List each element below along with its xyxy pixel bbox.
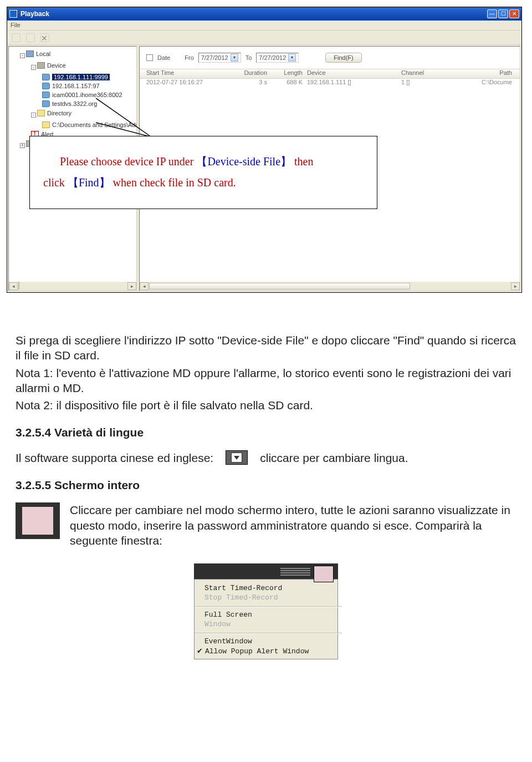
lang-text-right: cliccare per cambiare lingua.: [260, 450, 408, 465]
scroll-left-icon[interactable]: ◂: [140, 282, 149, 290]
toolbar-icon-save[interactable]: [12, 33, 21, 42]
col-channel[interactable]: Channel: [401, 69, 468, 78]
col-length[interactable]: Length: [274, 69, 307, 78]
para-1: Si prega di scegliere l'indirizzo IP sot…: [16, 333, 516, 363]
tree-ip-3[interactable]: icam0001.ihome365:8002: [52, 92, 122, 98]
svg-line-0: [96, 98, 151, 137]
playback-window: Playback — ☐ ✕ File ✕ -Local -Device 192…: [7, 7, 522, 293]
heading-languages: 3.2.5.4 Varietà di lingue: [16, 425, 516, 440]
cell-device: 192.168.1.111 []: [307, 79, 401, 89]
menu-allow-popup-alert[interactable]: ✔Allow Popup Alert Window: [204, 647, 332, 657]
tree-ip-selected[interactable]: 192.168.1.111:9999: [52, 74, 110, 80]
instruction-callout: Please choose device IP under 【Device-si…: [29, 136, 377, 209]
app-icon: [9, 10, 17, 18]
callout-text: Please choose device IP under: [60, 155, 196, 167]
tree-directory[interactable]: Directory: [47, 110, 71, 116]
date-from-input[interactable]: 7/27/2012▾: [198, 53, 241, 63]
callout-bracket-2: 【Find】: [68, 176, 110, 189]
toolbar: ✕: [7, 31, 521, 45]
date-label: Date: [157, 54, 170, 61]
results-scrollbar[interactable]: ◂ ▸: [140, 282, 520, 291]
para-note1: Nota 1: l'evento è l'attivazione MD oppu…: [16, 365, 516, 396]
col-path[interactable]: Path: [468, 69, 513, 78]
tree-ip-2[interactable]: 192.168.1.157:97: [52, 83, 100, 89]
col-duration[interactable]: Duration: [241, 69, 274, 78]
tree-local[interactable]: Local: [36, 50, 50, 57]
cell-duration: 3 s: [241, 79, 274, 89]
menu-window: Window: [204, 620, 332, 629]
to-label: To: [245, 54, 252, 61]
cell-channel: 1 []: [401, 79, 468, 89]
para-note2: Nota 2: il dispositivo file port è il fi…: [16, 398, 516, 413]
language-switch-icon[interactable]: [226, 450, 248, 465]
titlebar: Playback — ☐ ✕: [7, 7, 521, 21]
tree-ip-4[interactable]: testdvs.3322.org: [52, 100, 97, 107]
grid-header: Start Time Duration Length Device Channe…: [140, 69, 520, 79]
tree-device[interactable]: Device: [47, 62, 66, 69]
menu-file[interactable]: File: [11, 22, 21, 28]
col-device[interactable]: Device: [307, 69, 401, 78]
popup-menu-preview: Start Timed-Record Stop Timed-Record Ful…: [194, 563, 338, 659]
window-buttons: — ☐ ✕: [487, 9, 519, 18]
date-checkbox[interactable]: [146, 54, 153, 61]
cell-start: 2012-07-27 16:16:27: [146, 79, 241, 89]
from-label: Fro: [185, 54, 194, 61]
menubar: File: [7, 21, 521, 31]
close-button[interactable]: ✕: [509, 9, 519, 18]
filter-bar: Date Fro 7/27/2012▾ To 7/27/2012▾ Find(F…: [140, 47, 520, 69]
minimize-button[interactable]: —: [487, 9, 497, 18]
callout-bracket-1: 【Device-side File】: [196, 155, 291, 167]
toolbar-icon-delete[interactable]: ✕: [40, 33, 49, 42]
find-button[interactable]: Find(F): [325, 53, 361, 63]
menu-event-window[interactable]: EventWindow: [204, 637, 332, 647]
window-title: Playback: [21, 10, 487, 18]
callout-text: click: [43, 176, 65, 189]
dropdown-icon[interactable]: ▾: [231, 54, 238, 62]
heading-fullscreen: 3.2.5.5 Schermo intero: [16, 477, 516, 492]
fullscreen-icon[interactable]: [16, 502, 60, 539]
callout-text: when check file in SD card.: [113, 176, 236, 189]
menu-start-timed-record[interactable]: Start Timed-Record: [204, 584, 332, 593]
fullscreen-text: Cliccare per cambiare nel modo schermo i…: [70, 502, 516, 548]
menu-full-screen[interactable]: Full Screen: [204, 611, 332, 620]
date-to-input[interactable]: 7/27/2012▾: [256, 53, 299, 63]
menu-stop-timed-record: Stop Timed-Record: [204, 593, 332, 603]
scroll-left-icon[interactable]: ◂: [9, 282, 18, 290]
svg-line-1: [96, 123, 151, 137]
scroll-right-icon[interactable]: ▸: [127, 282, 136, 290]
callout-text: then: [294, 155, 313, 167]
toolbar-icon-open[interactable]: [26, 33, 35, 42]
tree-scrollbar[interactable]: ◂ ▸: [9, 282, 136, 291]
cell-path: C:\Docume: [468, 79, 513, 89]
dropdown-icon[interactable]: ▾: [288, 54, 296, 62]
grid-row[interactable]: 2012-07-27 16:16:27 3 s 688 K 192.168.1.…: [140, 79, 520, 89]
col-start-time[interactable]: Start Time: [146, 69, 241, 78]
maximize-button[interactable]: ☐: [498, 9, 508, 18]
document-body: Si prega di scegliere l'indirizzo IP sot…: [0, 299, 532, 676]
cell-length: 688 K: [274, 79, 307, 89]
scroll-right-icon[interactable]: ▸: [511, 282, 520, 290]
lang-text-left: Il software supporta cinese ed inglese:: [16, 450, 213, 465]
